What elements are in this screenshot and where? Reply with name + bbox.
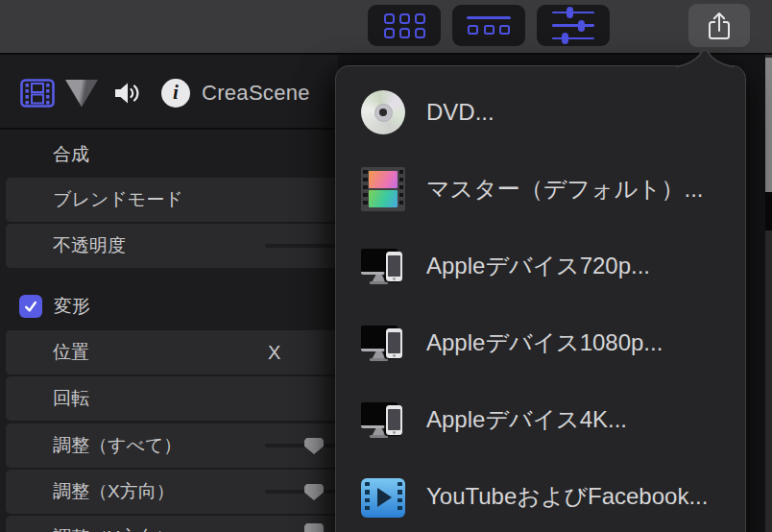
menu-item-apple-720p[interactable]: Appleデバイス720p...: [336, 228, 745, 304]
generator-inspector-icon: [64, 80, 99, 108]
row-scale-x[interactable]: 調整（X方向）: [6, 470, 338, 514]
scale-x-slider-handle[interactable]: [304, 484, 324, 500]
scale-y-label: 調整（Y方向）: [53, 525, 175, 532]
share-icon: [706, 11, 733, 41]
viewer-edge-strip: [765, 55, 772, 532]
menu-item-apple-1080p[interactable]: Appleデバイス1080p...: [336, 304, 745, 381]
menu-item-youtube-facebook[interactable]: YouTubeおよびFacebook...: [336, 458, 745, 532]
menu-item-label: マスター（デフォルト）...: [426, 174, 704, 205]
row-position[interactable]: 位置 X: [6, 330, 338, 375]
menu-item-dvd[interactable]: DVD...: [336, 74, 745, 151]
apple-devices-icon: [361, 398, 405, 442]
transform-checkbox[interactable]: [19, 295, 42, 318]
clip-name: CreaScene: [202, 58, 310, 129]
scale-x-label: 調整（X方向）: [53, 479, 175, 504]
menu-item-label: DVD...: [426, 99, 495, 126]
menu-item-master[interactable]: マスター（デフォルト）...: [336, 151, 745, 228]
row-scale-all[interactable]: 調整（すべて）: [6, 423, 338, 468]
audio-inspector-icon: [114, 82, 141, 105]
dvd-disc-icon: [361, 90, 405, 134]
row-rotation[interactable]: 回転: [6, 376, 338, 421]
opacity-label: 不透明度: [53, 233, 126, 258]
menu-item-label: YouTubeおよびFacebook...: [426, 481, 708, 512]
menu-item-label: Appleデバイス720p...: [426, 251, 650, 281]
inspector-panel: i CreaScene 合成 ブレンドモード 不透明度 変形 位置 X 回転 調…: [0, 55, 338, 532]
row-blend-mode[interactable]: ブレンドモード: [6, 178, 338, 222]
apple-devices-icon: [361, 244, 405, 288]
menu-item-label: Appleデバイス4K...: [426, 404, 627, 435]
position-axis-label: X: [268, 342, 280, 364]
grid-view-button[interactable]: [368, 5, 441, 46]
scale-all-label: 調整（すべて）: [53, 433, 181, 458]
scrollbar-gap: [765, 192, 772, 230]
section-header-compositing: 合成: [0, 133, 338, 176]
tab-audio-inspector[interactable]: [108, 58, 148, 129]
apple-devices-icon: [361, 321, 405, 365]
checkmark-icon: [23, 299, 38, 314]
blend-mode-label: ブレンドモード: [53, 187, 183, 212]
scrollbar-thumb[interactable]: [765, 58, 772, 192]
opacity-slider[interactable]: [265, 244, 344, 248]
grid-view-icon: [384, 13, 425, 38]
row-scale-y[interactable]: 調整（Y方向）: [6, 516, 338, 532]
tab-video-inspector[interactable]: [17, 58, 58, 129]
row-opacity[interactable]: 不透明度: [6, 224, 338, 268]
filmstrip-view-button[interactable]: [452, 5, 525, 46]
transform-header-label: 変形: [54, 294, 90, 319]
youtube-facebook-icon: [361, 478, 405, 518]
menu-item-label: Appleデバイス1080p...: [426, 327, 663, 358]
share-popover: DVD... マスター（デフォルト）... Appleデバイス720p... A…: [335, 65, 746, 532]
menu-item-apple-4k[interactable]: Appleデバイス4K...: [336, 381, 745, 458]
section-header-transform: 変形: [0, 284, 338, 328]
adjustments-view-button[interactable]: [537, 5, 610, 46]
tab-generator-inspector[interactable]: [61, 58, 102, 129]
rotation-label: 回転: [53, 386, 89, 411]
share-button[interactable]: [688, 4, 750, 47]
sliders-view-icon: [552, 6, 594, 46]
master-file-icon: [361, 167, 405, 211]
scale-y-slider-handle[interactable]: [304, 523, 324, 532]
inspector-tab-bar: i CreaScene: [0, 58, 338, 129]
share-menu: DVD... マスター（デフォルト）... Appleデバイス720p... A…: [336, 74, 745, 532]
position-label: 位置: [53, 340, 89, 365]
popover-arrow: [676, 48, 734, 68]
info-inspector-icon: i: [161, 79, 190, 108]
compositing-header-label: 合成: [53, 142, 89, 167]
scale-all-slider-handle[interactable]: [304, 438, 324, 454]
tab-info-inspector[interactable]: i: [156, 58, 196, 129]
divider: [0, 128, 338, 130]
video-inspector-icon: [20, 79, 55, 108]
top-toolbar: [0, 0, 772, 55]
filmstrip-view-icon: [467, 16, 511, 35]
